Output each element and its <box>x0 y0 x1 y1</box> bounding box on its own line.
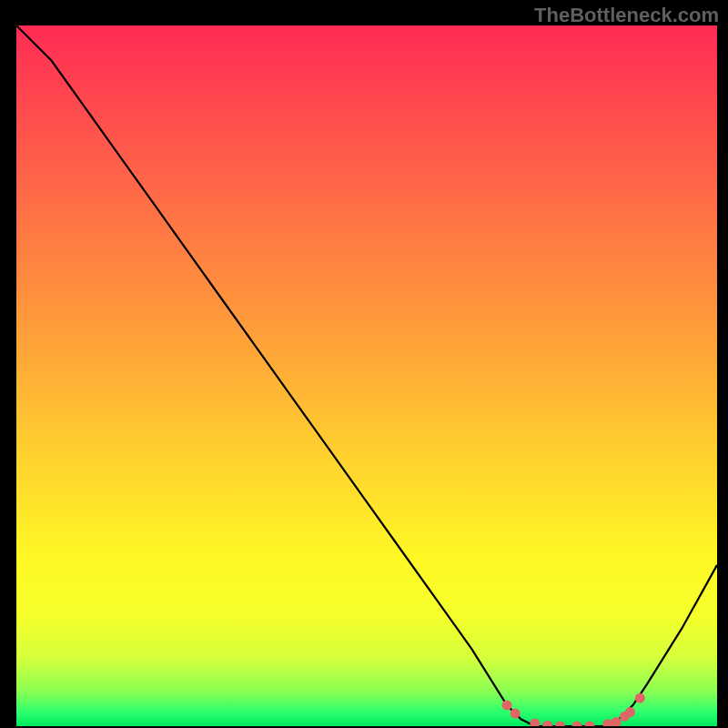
marker-dot <box>542 721 552 726</box>
chart-svg <box>16 25 717 726</box>
marker-dot <box>502 700 512 710</box>
curve-path <box>16 25 717 726</box>
marker-dot <box>635 693 645 703</box>
marker-dot <box>530 718 540 726</box>
marker-dot <box>625 707 635 717</box>
marker-dot <box>584 722 594 727</box>
watermark-text: TheBottleneck.com <box>534 4 719 27</box>
marker-dot <box>572 722 582 727</box>
plot-area <box>16 25 717 726</box>
marker-dot <box>511 709 521 719</box>
chart-container: TheBottleneck.com <box>0 0 728 728</box>
marker-dot <box>555 722 565 727</box>
